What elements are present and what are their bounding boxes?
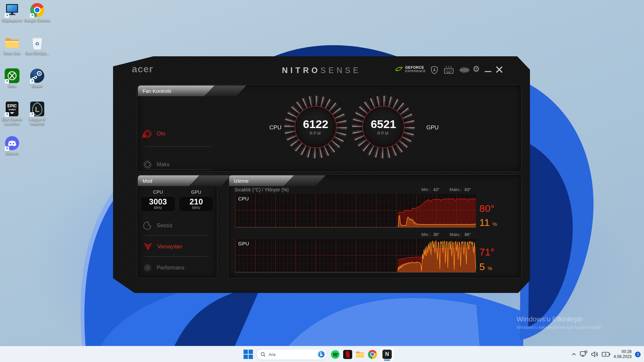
close-icon xyxy=(495,66,503,73)
bing-chat-icon xyxy=(317,350,325,358)
cpu-fan-label: CPU xyxy=(258,124,281,131)
fan-mode-auto[interactable]: A Oto xyxy=(143,128,165,140)
gpu-chart-series xyxy=(235,239,476,272)
start-button[interactable] xyxy=(244,350,253,359)
nitrosense-taskbar-icon[interactable]: N xyxy=(380,348,394,361)
cpu-load-unit: % xyxy=(493,221,497,227)
discord-icon xyxy=(5,136,19,150)
fan-mode-max[interactable]: Maks xyxy=(143,159,169,171)
desktop-icon-discord[interactable]: Discord xyxy=(0,136,26,156)
taskbar-clock[interactable]: 00:28 4.08.2023 xyxy=(614,349,632,359)
moon-icon xyxy=(143,221,152,230)
desktop-icon-google-chrome[interactable]: Google Chrome xyxy=(23,3,51,23)
activate-windows-watermark-sub: Windows'u etkinleştirmek için Ayarlar'a … xyxy=(517,325,603,330)
min-value: 43° xyxy=(433,187,439,192)
geforce-experience-button[interactable]: GEFORCE EXPERIENCE xyxy=(395,65,426,73)
cpu-fan-rpm: 6122 RPM xyxy=(294,106,337,148)
fan-mode-label: Oto xyxy=(157,131,165,137)
gpu-chart: GPU xyxy=(235,239,476,273)
volume-icon[interactable] xyxy=(591,351,598,358)
gpu-load-unit: % xyxy=(488,265,492,271)
shortcut-arrow-icon xyxy=(30,13,34,18)
geforce-line1: GEFORCE xyxy=(405,66,426,69)
desktop-icon-label: Bilgisayarım xyxy=(2,18,22,23)
desktop-icon-xbox[interactable]: Xbox xyxy=(0,68,26,88)
monitoring-tab: İzleme xyxy=(229,175,294,186)
nitrosense-window: acer NITROSENSE GEFORCE EXPERIENCE ⚙ xyxy=(113,56,530,293)
desktop-icon-recycle-bin[interactable]: ♻ Geri Dönüşü... xyxy=(23,36,51,56)
search-icon xyxy=(261,352,266,357)
desktop-screen: Bilgisayarım Google Chrome İhsan Can ♻ G… xyxy=(0,0,644,362)
desktop-icon-label: Geri Dönüşü... xyxy=(25,51,49,56)
battery-charging-icon[interactable] xyxy=(602,351,610,357)
maks-label: Maks : xyxy=(449,232,462,237)
svg-text:EPIC: EPIC xyxy=(7,104,17,108)
gpu-fan-rpm: 6521 RPM xyxy=(362,106,405,148)
fan-mode-label: Maks xyxy=(157,162,169,168)
shortcut-arrow-icon xyxy=(30,79,34,83)
close-button[interactable] xyxy=(495,66,503,75)
chart-subtitle: Sıcaklık (°C) / Yklnyor (%) xyxy=(234,187,289,192)
steam-icon xyxy=(30,68,45,83)
gpu-chart-label: GPU xyxy=(238,241,249,246)
desktop-icon-epic-games[interactable]: EPICGAMES Epic Games Launcher xyxy=(0,102,26,126)
fan-control-tab: Fan Kontrolü xyxy=(138,85,214,96)
gpu-mhz-box: 210 MHz xyxy=(179,196,214,212)
taskbar: Ara N 00:28 4.08.2023 3 xyxy=(0,346,644,362)
gpu-mhz-value: 210 xyxy=(190,198,203,206)
file-explorer-icon[interactable] xyxy=(356,350,365,359)
svg-text:L: L xyxy=(35,105,39,114)
netflix-icon[interactable] xyxy=(343,350,352,359)
maks-label: Maks : xyxy=(449,187,462,192)
shortcut-arrow-icon xyxy=(5,79,9,83)
desktop-icon-label: Steam xyxy=(32,84,43,88)
keyboard-backlight-icon[interactable] xyxy=(444,66,454,76)
gpu-minmax: Min : 36° Maks : 86° xyxy=(421,232,471,237)
maks-value: 86° xyxy=(465,232,471,237)
desktop-icon-league-of-legends[interactable]: L League of Legends xyxy=(23,102,51,126)
cpu-chart: CPU xyxy=(235,194,476,228)
mode-quiet[interactable]: Sessiz xyxy=(143,220,172,232)
gpu-rpm-value: 6521 xyxy=(371,118,396,130)
geforce-label: GEFORCE EXPERIENCE xyxy=(405,66,426,73)
mode-tab: Mod xyxy=(138,175,199,186)
mode-label: Varsayılan xyxy=(157,244,182,250)
tray-chevron-up-icon[interactable] xyxy=(572,352,576,356)
minimize-button[interactable] xyxy=(485,71,491,72)
notification-badge[interactable]: 3 xyxy=(635,352,641,357)
shield-app-icon[interactable] xyxy=(431,66,438,76)
network-icon[interactable] xyxy=(580,351,588,358)
chrome-taskbar-icon[interactable] xyxy=(368,350,377,359)
cpu-mhz-label: CPU xyxy=(141,189,175,195)
system-tray: 00:28 4.08.2023 3 xyxy=(572,346,641,362)
app-title-nitro: NITRO xyxy=(282,66,320,75)
cpu-minmax: Min : 43° Maks : 83° xyxy=(421,187,471,192)
mhz-unit: MHz xyxy=(154,206,162,210)
desktop-icon-folder-ihsan-can[interactable]: İhsan Can xyxy=(0,36,26,56)
spotify-icon[interactable] xyxy=(331,350,340,359)
desktop-icon-label: Google Chrome xyxy=(24,18,50,23)
search-box[interactable]: Ara xyxy=(256,349,327,360)
recycle-bin-icon: ♻ xyxy=(30,36,45,50)
desktop-icon-label: Xbox xyxy=(8,84,16,88)
desktop-icon-my-computer[interactable]: Bilgisayarım xyxy=(0,3,26,23)
auto-letter: A xyxy=(142,133,146,139)
shortcut-arrow-icon xyxy=(5,13,9,18)
cpu-rpm-value: 6122 xyxy=(303,118,328,130)
fan-icon xyxy=(143,160,152,169)
mode-panel: Mod CPU GPU 3003 MHz 210 MHz Sessiz Vars… xyxy=(137,174,217,278)
audio-waveform-icon[interactable] xyxy=(459,66,470,76)
settings-gear-icon[interactable]: ⚙ xyxy=(473,64,480,74)
min-label: Min : xyxy=(421,187,430,192)
mode-default[interactable]: Varsayılan xyxy=(143,240,182,253)
cpu-load-value: 11 xyxy=(479,217,490,228)
rpm-unit: RPM xyxy=(377,131,389,136)
xbox-icon xyxy=(5,68,19,83)
min-label: Min : xyxy=(421,232,430,237)
mode-performance[interactable]: Performans xyxy=(143,262,184,274)
cpu-mhz-value: 3003 xyxy=(149,198,167,206)
desktop-icon-label: Epic Games Launcher xyxy=(0,117,26,126)
desktop-icon-steam[interactable]: Steam xyxy=(23,68,51,88)
gpu-fan-label: GPU xyxy=(426,124,439,131)
cpu-current-temp: 80° xyxy=(479,203,494,214)
